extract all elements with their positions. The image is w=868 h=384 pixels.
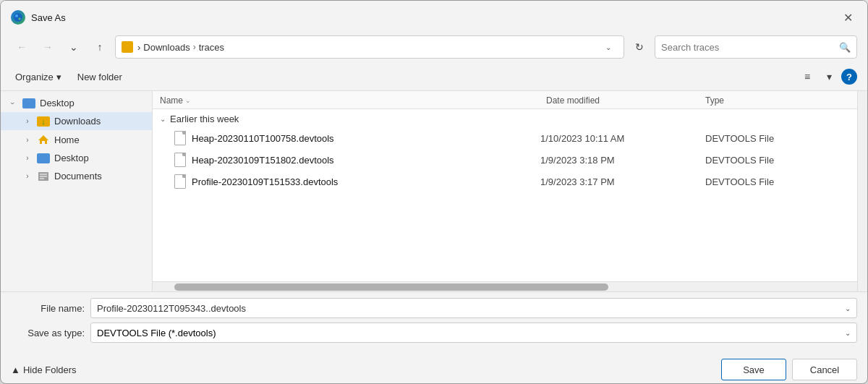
- folder-icon-downloads: ↓: [37, 116, 50, 127]
- filename-row: File name: Profile-20230112T095343..devt…: [11, 298, 857, 318]
- sidebar-item-desktop-sub[interactable]: › Desktop: [1, 149, 152, 167]
- breadcrumb-traces: traces: [199, 42, 224, 53]
- action-bar: Organize ▾ New folder ≡ ▾ ?: [1, 64, 867, 91]
- sidebar-label-desktop-top: Desktop: [40, 98, 146, 108]
- file-name: Profile-20230109T151533.devtools: [192, 176, 535, 187]
- file-date: 1/9/2023 3:17 PM: [540, 176, 699, 187]
- breadcrumb-separator: ›: [137, 42, 140, 53]
- file-list-body: ⌄ Earlier this week Heap-20230110T100758…: [153, 109, 857, 281]
- dropdown-button[interactable]: ⌄: [63, 36, 85, 58]
- new-folder-button[interactable]: New folder: [73, 70, 127, 84]
- col-name-label: Name: [160, 95, 183, 106]
- view-list-button[interactable]: ≡: [798, 67, 817, 86]
- cancel-button[interactable]: Cancel: [792, 359, 857, 380]
- folder-icon-desktop-sub: [37, 153, 50, 163]
- sidebar-item-desktop-top[interactable]: › Desktop: [1, 94, 152, 112]
- breadcrumb: › Downloads › traces: [137, 42, 224, 53]
- file-name: Heap-20230110T100758.devtools: [192, 133, 535, 144]
- close-button[interactable]: ✕: [838, 8, 857, 27]
- sidebar-item-documents[interactable]: › Documents: [1, 167, 152, 185]
- save-button[interactable]: Save: [721, 359, 786, 380]
- file-row[interactable]: Heap-20230109T151802.devtools 1/9/2023 3…: [153, 149, 857, 171]
- organize-label: Organize: [15, 72, 54, 82]
- file-icon: [174, 131, 186, 145]
- file-list-header: Name ⌄ Date modified Type: [153, 91, 857, 109]
- sidebar-label-downloads: Downloads: [54, 116, 146, 127]
- file-icon: [174, 174, 186, 189]
- vertical-scrollbar[interactable]: [857, 91, 867, 291]
- home-icon: [37, 134, 50, 145]
- filetype-dropdown[interactable]: DEVTOOLS File (*.devtools) ⌄: [90, 323, 857, 343]
- file-list: Name ⌄ Date modified Type ⌄ Earlier this…: [153, 91, 857, 291]
- address-bar[interactable]: › Downloads › traces ⌄: [115, 35, 624, 59]
- search-icon: 🔍: [839, 42, 851, 53]
- title-bar-left: Save As: [11, 10, 66, 25]
- col-date-label: Date modified: [546, 95, 600, 106]
- footer-buttons: Save Cancel: [721, 359, 857, 380]
- column-type[interactable]: Type: [705, 95, 850, 106]
- sidebar-label-documents: Documents: [54, 171, 146, 182]
- filename-label: File name:: [11, 303, 90, 314]
- sidebar-label-home: Home: [54, 135, 146, 145]
- dialog-title: Save As: [31, 12, 66, 23]
- new-folder-label: New folder: [77, 72, 122, 82]
- back-button[interactable]: ←: [11, 36, 33, 58]
- horizontal-scrollbar[interactable]: [153, 281, 857, 291]
- col-type-label: Type: [705, 95, 724, 106]
- bottom-bar: File name: Profile-20230112T095343..devt…: [1, 291, 867, 353]
- nav-toolbar: ← → ⌄ ↑ › Downloads › traces ⌄ ↻ 🔍: [1, 31, 867, 64]
- file-date: 1/9/2023 3:18 PM: [540, 155, 699, 166]
- file-row[interactable]: Profile-20230109T151533.devtools 1/9/202…: [153, 171, 857, 192]
- help-button[interactable]: ?: [841, 69, 857, 85]
- sidebar-label-desktop-sub: Desktop: [54, 153, 146, 163]
- organize-arrow-icon: ▾: [56, 72, 61, 82]
- chevron-icon-downloads: ›: [22, 116, 33, 127]
- breadcrumb-folder-icon: [122, 41, 133, 53]
- hide-folders-button[interactable]: ▲ Hide Folders: [11, 364, 77, 375]
- scrollbar-thumb: [174, 283, 608, 291]
- filename-input-container[interactable]: Profile-20230112T095343..devtools ⌄: [90, 298, 857, 318]
- folder-icon-desktop: [22, 98, 35, 108]
- file-icon: [174, 153, 186, 167]
- title-bar: Save As ✕: [1, 1, 867, 31]
- filetype-row: Save as type: DEVTOOLS File (*.devtools)…: [11, 323, 857, 343]
- group-header-earlier[interactable]: ⌄ Earlier this week: [153, 109, 857, 127]
- save-as-dialog: Save As ✕ ← → ⌄ ↑ › Downloads › traces ⌄…: [0, 0, 868, 384]
- chevron-icon-desktop-sub: ›: [22, 153, 33, 163]
- filetype-label: Save as type:: [11, 328, 90, 338]
- file-row[interactable]: Heap-20230110T100758.devtools 1/10/2023 …: [153, 127, 857, 149]
- chevron-icon-home: ›: [22, 135, 33, 145]
- svg-point-0: [14, 13, 22, 22]
- forward-button[interactable]: →: [37, 36, 59, 58]
- address-dropdown-button[interactable]: ⌄: [599, 36, 618, 58]
- sidebar-item-downloads[interactable]: › ↓ Downloads: [1, 112, 152, 130]
- column-date[interactable]: Date modified: [546, 95, 705, 106]
- documents-icon: [37, 171, 50, 182]
- column-name[interactable]: Name ⌄: [160, 95, 546, 106]
- app-icon: [11, 10, 25, 25]
- file-date: 1/10/2023 10:11 AM: [540, 133, 699, 144]
- group-label-earlier: Earlier this week: [170, 114, 239, 124]
- organize-button[interactable]: Organize ▾: [11, 70, 66, 84]
- breadcrumb-sep2: ›: [193, 42, 196, 52]
- search-input[interactable]: [661, 42, 835, 53]
- file-type: DEVTOOLS File: [705, 155, 850, 166]
- sidebar-item-home[interactable]: › Home: [1, 130, 152, 149]
- up-button[interactable]: ↑: [89, 36, 111, 58]
- filename-dropdown-icon: ⌄: [845, 304, 851, 312]
- svg-point-2: [19, 18, 21, 20]
- hide-folders-arrow-icon: ▲: [11, 364, 20, 375]
- hide-folders-label: Hide Folders: [23, 364, 77, 375]
- file-type: DEVTOOLS File: [705, 176, 850, 187]
- download-arrow-icon: ↓: [41, 117, 46, 126]
- view-controls: ≡ ▾ ?: [798, 67, 857, 86]
- svg-point-1: [15, 14, 18, 17]
- filetype-dropdown-icon: ⌄: [845, 329, 851, 337]
- chevron-icon: ›: [8, 98, 18, 108]
- filename-value: Profile-20230112T095343..devtools: [97, 303, 845, 314]
- sidebar: › Desktop › ↓ Downloads › Ho: [1, 91, 153, 291]
- sort-arrow-icon: ⌄: [185, 97, 191, 104]
- refresh-button[interactable]: ↻: [629, 36, 650, 58]
- view-dropdown-button[interactable]: ▾: [820, 67, 838, 86]
- file-type: DEVTOOLS File: [705, 133, 850, 144]
